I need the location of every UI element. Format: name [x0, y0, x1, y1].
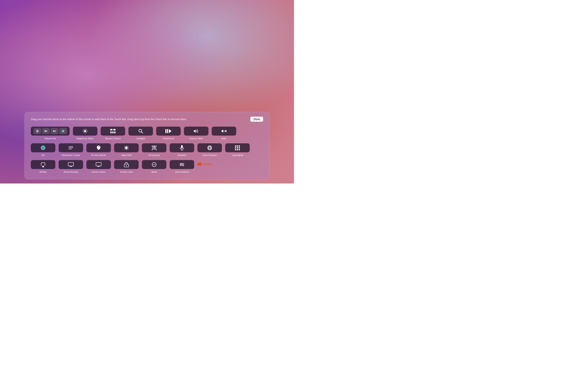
item-siri[interactable]: Siri	[31, 143, 55, 156]
siri-icon	[40, 145, 46, 151]
screen-saver-icon	[96, 162, 102, 167]
spotlight-label: Spotlight	[136, 137, 145, 140]
screen-lock-button[interactable]	[114, 160, 139, 169]
brightness-slider-label: Brightness Slider	[77, 137, 94, 140]
svg-rect-24	[112, 132, 114, 133]
mute-button[interactable]	[212, 127, 236, 136]
launchpad-button[interactable]	[225, 143, 250, 152]
dictation-icon	[180, 145, 184, 150]
item-night-shift[interactable]: Night Shift	[114, 143, 139, 156]
input-sources-button[interactable]	[198, 143, 222, 152]
show-desktop-icon	[68, 162, 74, 167]
screen-saver-button[interactable]	[86, 160, 111, 169]
svg-point-38	[125, 147, 128, 149]
spotlight-button[interactable]	[129, 127, 153, 136]
svg-point-37	[99, 146, 99, 147]
sleep-label: Sleep	[151, 171, 157, 173]
items-grid: Default Set B	[31, 127, 263, 173]
sleep-icon	[151, 162, 157, 167]
item-launchpad[interactable]: Launchpad	[225, 143, 250, 156]
item-mission-control[interactable]: Mission Control	[101, 127, 125, 140]
item-screen-saver[interactable]: Screen Saver	[86, 160, 111, 173]
default-set-button[interactable]	[31, 127, 70, 136]
screen-saver-label: Screen Saver	[92, 171, 105, 173]
night-shift-button[interactable]	[114, 143, 139, 152]
svg-rect-62	[235, 145, 236, 147]
dictation-button[interactable]	[170, 143, 194, 152]
mission-control-icon	[110, 129, 116, 133]
do-not-disturb-label: Do Not Disturb	[91, 154, 106, 156]
screenshot-label: Screenshot	[148, 154, 160, 156]
play-pause-label: Play/Pause	[163, 137, 174, 140]
item-spotlight[interactable]: Spotlight	[129, 127, 153, 140]
svg-rect-69	[237, 149, 238, 150]
arrow-svg	[197, 162, 213, 166]
panel-instruction: Drag your favorite items to the bottom o…	[31, 118, 250, 121]
notification-center-button[interactable]	[59, 143, 83, 152]
item-play-pause[interactable]: Play/Pause	[156, 127, 181, 140]
svg-rect-67	[239, 147, 240, 149]
item-default-set[interactable]: Default Set	[31, 127, 70, 140]
svg-rect-71	[68, 162, 73, 166]
svg-line-45	[128, 146, 128, 147]
items-row-3: AirPlay Show Desktop	[31, 160, 263, 173]
item-input-sources[interactable]: Input Sources	[198, 143, 222, 156]
screen-lock-icon	[124, 162, 129, 167]
panel-header: Drag your favorite items to the bottom o…	[31, 117, 263, 122]
airplay-label: AirPlay	[40, 171, 47, 173]
airplay-button[interactable]	[31, 160, 55, 169]
item-dictation[interactable]: Dictation	[170, 143, 194, 156]
svg-line-44	[128, 149, 128, 150]
brightness-slider-button[interactable]	[73, 127, 97, 136]
siri-button[interactable]	[31, 143, 55, 152]
sleep-button[interactable]	[142, 160, 166, 169]
svg-marker-30	[169, 129, 172, 133]
quick-actions-label: Quick Actions	[175, 171, 189, 173]
item-quick-actions[interactable]: Quick Actions	[170, 160, 194, 173]
item-notification-center[interactable]: Notification Center	[59, 143, 83, 156]
play-pause-button[interactable]	[156, 127, 181, 136]
item-mute[interactable]: Mute	[212, 127, 236, 140]
svg-rect-63	[237, 145, 238, 147]
default-set-label: Default Set	[45, 137, 56, 140]
item-do-not-disturb[interactable]: Do Not Disturb	[86, 143, 111, 156]
ds-volume-icon	[42, 128, 50, 134]
item-sleep[interactable]: Sleep	[142, 160, 166, 173]
svg-point-33	[41, 146, 45, 150]
item-airplay[interactable]: AirPlay	[31, 160, 55, 173]
item-brightness-slider[interactable]: Brightness Slider	[73, 127, 97, 140]
screenshot-button[interactable]	[142, 143, 166, 152]
item-show-desktop[interactable]: Show Desktop	[59, 160, 83, 173]
launchpad-icon	[235, 145, 240, 150]
do-not-disturb-button[interactable]	[86, 143, 111, 152]
mission-control-label: Mission Control	[105, 137, 121, 140]
item-volume-slider[interactable]: Volume Slider	[184, 127, 208, 140]
svg-rect-49	[153, 146, 155, 146]
items-row-2: Siri Notification Center	[31, 143, 263, 156]
ds-brightness-icon	[34, 128, 41, 134]
svg-rect-25	[114, 132, 116, 133]
volume-slider-label: Volume Slider	[189, 137, 203, 140]
input-sources-icon	[207, 145, 212, 150]
quick-actions-icon	[179, 162, 185, 167]
svg-point-11	[62, 130, 64, 132]
items-row-1: Default Set B	[31, 127, 263, 140]
item-screen-lock[interactable]: Screen Lock	[114, 160, 139, 173]
screenshot-icon	[151, 145, 157, 150]
volume-icon	[194, 129, 199, 133]
arrow-indicator	[197, 162, 213, 166]
svg-rect-29	[167, 129, 168, 133]
item-screenshot[interactable]: Screenshot	[142, 143, 166, 156]
svg-line-43	[125, 146, 125, 147]
brightness-icon	[82, 128, 88, 134]
mission-control-button[interactable]	[101, 127, 125, 136]
done-button[interactable]: Done	[250, 117, 263, 122]
spotlight-icon	[138, 128, 143, 134]
dictation-label: Dictation	[178, 154, 186, 156]
quick-actions-button[interactable]	[170, 160, 194, 169]
svg-line-20	[84, 132, 84, 133]
svg-rect-74	[96, 162, 101, 166]
show-desktop-button[interactable]	[59, 160, 83, 169]
mute-label: Mute	[222, 137, 226, 140]
volume-slider-button[interactable]	[184, 127, 208, 136]
